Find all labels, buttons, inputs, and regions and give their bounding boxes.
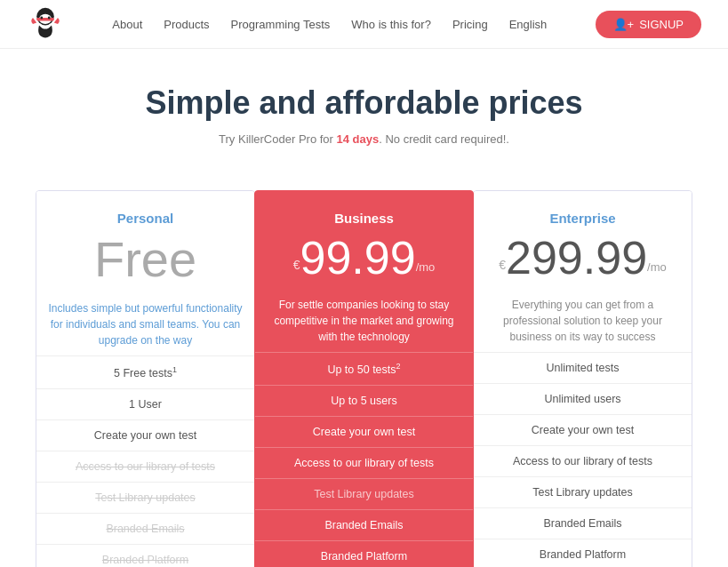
business-feature-3: Create your own test <box>255 416 473 447</box>
personal-feature-1: 5 Free tests1 <box>36 355 254 388</box>
enterprise-feature-3: Create your own test <box>474 414 692 445</box>
enterprise-feature-1: Unlimited tests <box>474 352 692 383</box>
enterprise-feature-2: Unlimited users <box>474 383 692 414</box>
personal-plan-name: Personal <box>51 211 240 226</box>
personal-feature-7: Branded Platform <box>36 544 254 567</box>
enterprise-features-list: Unlimited tests Unlimited users Create y… <box>474 352 692 567</box>
svg-point-3 <box>40 17 43 20</box>
business-price-wrapper: € 99.99 /mo <box>269 235 459 281</box>
business-feature-4: Access to our library of tests <box>255 447 473 478</box>
nav-pricing[interactable]: Pricing <box>452 18 488 31</box>
enterprise-period: /mo <box>647 260 667 274</box>
enterprise-plan-description: Everything you can get from a profession… <box>474 297 692 352</box>
business-period: /mo <box>416 260 436 274</box>
user-plus-icon: 👤+ <box>613 18 635 31</box>
business-feature-5: Test Library updates <box>255 478 473 509</box>
svg-rect-2 <box>36 18 54 21</box>
enterprise-price-wrapper: € 299.99 /mo <box>488 235 677 281</box>
signup-button[interactable]: 👤+ SIGNUP <box>596 11 701 38</box>
nav-links: About Products Programming Tests Who is … <box>112 18 547 31</box>
enterprise-feature-4: Access to our library of tests <box>474 445 692 476</box>
enterprise-plan-header: Enterprise € 299.99 /mo <box>474 191 692 297</box>
personal-feature-3: Create your own test <box>36 419 254 451</box>
personal-feature-4: Access to our library of tests <box>36 451 254 482</box>
personal-plan-header: Personal Free <box>36 191 254 300</box>
personal-feature-6: Branded Emails <box>36 513 254 544</box>
enterprise-feature-5: Test Library updates <box>474 476 692 507</box>
nav-programming-tests[interactable]: Programming Tests <box>231 18 331 31</box>
business-plan-name: Business <box>269 211 459 226</box>
nav-who-is-this-for[interactable]: Who is this for? <box>351 18 431 31</box>
personal-plan-card: Personal Free Includes simple but powerf… <box>36 190 255 567</box>
business-feature-2: Up to 5 users <box>255 385 473 416</box>
page-title: Simple and affordable prices <box>18 84 710 122</box>
hero-subtitle: Try KillerCoder Pro for 14 days. No cred… <box>18 132 710 146</box>
enterprise-feature-6: Branded Emails <box>474 507 692 539</box>
personal-features-list: 5 Free tests1 1 User Create your own tes… <box>36 355 254 567</box>
business-currency: € <box>293 258 300 272</box>
nav-about[interactable]: About <box>112 18 142 31</box>
navbar: About Products Programming Tests Who is … <box>0 0 728 49</box>
personal-feature-5: Test Library updates <box>36 482 254 513</box>
business-feature-1: Up to 50 tests2 <box>255 352 473 385</box>
enterprise-price: 299.99 <box>506 235 647 281</box>
enterprise-currency: € <box>499 258 506 272</box>
business-features-list: Up to 50 tests2 Up to 5 users Create you… <box>255 352 473 567</box>
business-plan-description: For settle companies looking to stay com… <box>255 297 473 352</box>
personal-price-wrapper: Free <box>51 235 240 284</box>
hero-section: Simple and affordable prices Try KillerC… <box>0 49 728 164</box>
personal-feature-2: 1 User <box>36 388 254 419</box>
enterprise-plan-card: Enterprise € 299.99 /mo Everything you c… <box>473 190 692 567</box>
trial-link[interactable]: 14 days <box>337 132 380 146</box>
pricing-section: Personal Free Includes simple but powerf… <box>0 164 728 567</box>
business-feature-7: Branded Platform <box>255 540 473 567</box>
svg-point-4 <box>48 17 51 20</box>
signup-label: SIGNUP <box>639 18 684 31</box>
business-feature-6: Branded Emails <box>255 509 473 540</box>
enterprise-plan-name: Enterprise <box>488 211 677 226</box>
nav-products[interactable]: Products <box>164 18 209 31</box>
enterprise-feature-7: Branded Platform <box>474 539 692 567</box>
business-plan-header: Business € 99.99 /mo <box>255 191 473 297</box>
personal-price: Free <box>94 235 196 284</box>
nav-english[interactable]: English <box>509 18 548 31</box>
logo[interactable] <box>27 5 64 43</box>
personal-plan-description: Includes simple but powerful functionali… <box>36 300 254 355</box>
business-price: 99.99 <box>300 235 415 281</box>
ninja-logo-icon <box>27 5 64 43</box>
business-plan-card: Business € 99.99 /mo For settle companie… <box>254 190 474 567</box>
